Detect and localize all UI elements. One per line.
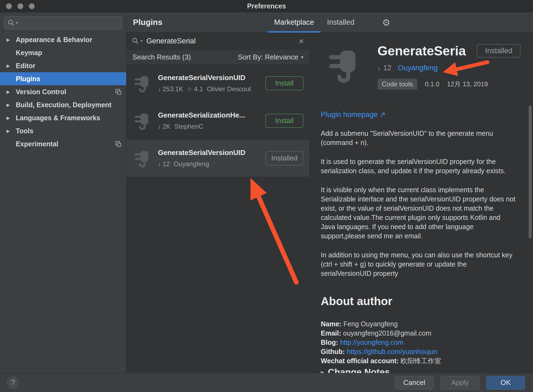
author-email-value: ouyangfeng2016@gmail.com [343,329,432,337]
sidebar-item-appearance-behavior[interactable]: ▶ Appearance & Behavior [0,33,126,46]
sidebar-item-languages-frameworks[interactable]: ▶ Languages & Frameworks [0,111,126,124]
zoom-window-button[interactable] [29,3,35,9]
apply-button[interactable]: Apply [441,376,479,390]
plugin-icon [132,148,152,168]
author-github-link[interactable]: https://github.com/yuanhoujun [347,348,437,355]
plugin-info: GenerateSerialVersionUID ↓ 12 Ouyangfeng [158,148,259,168]
install-button[interactable]: Install [265,114,303,128]
settings-tree: ▶ Appearance & Behavior Keymap ▶ Editor … [0,33,126,150]
plugin-result-row[interactable]: GenerateSerializationHe... ↓ 2K StephenC… [126,102,309,140]
sidebar-item-version-control[interactable]: ▶ Version Control [0,85,126,98]
plugins-header: Plugins Marketplace Installed ⚙ [126,12,533,33]
author-email-label: Email: [321,329,341,337]
sidebar-item-build-execution-deployment[interactable]: ▶ Build, Execution, Deployment [0,98,126,111]
tag-chip[interactable]: Code tools [377,79,417,90]
install-button[interactable]: Install [265,76,303,90]
chevron-down-icon: ▾ [16,20,18,25]
author-blog-line: Blog: http://youngfeng.com [321,338,516,347]
homepage-label: Plugin homepage [321,110,378,119]
ok-button[interactable]: OK [486,376,525,390]
sort-dropdown[interactable]: Sort By: Relevance ▾ [238,53,303,61]
plugin-tags-row: Code tools 0.1.0 12月 13, 2019 [377,79,521,90]
clear-search-icon[interactable]: × [299,36,304,46]
sidebar-item-experimental[interactable]: Experimental [0,137,126,150]
plugins-panel: Plugins Marketplace Installed ⚙ ▾ × Sear… [126,12,533,373]
chevron-right-icon: ▶ [7,37,16,42]
gear-icon[interactable]: ⚙ [382,17,390,28]
author-blog-link[interactable]: http://youngfeng.com [340,339,403,346]
author-wechat-label: Wechat official account: [321,357,399,365]
author-info: Name: Feng Ouyangfeng Email: ouyangfeng2… [321,319,516,365]
change-notes-section[interactable]: ▸ Change Notes [321,367,390,373]
page-title: Plugins [133,18,162,27]
download-icon: ↓ [158,123,161,130]
plugins-tabs: Marketplace Installed ⚙ [268,12,390,33]
change-notes-label: Change Notes [328,367,390,373]
results-header: Search Results (3) Sort By: Relevance ▾ [126,50,309,65]
plugin-title: GenerateSeria [377,43,472,58]
tab-label: Installed [327,18,354,27]
plugin-detail-panel: GenerateSeria Installed ↓ 12 Ouyangfeng … [310,33,533,373]
author-link[interactable]: Ouyangfeng [398,64,438,72]
chevron-right-icon: ▶ [7,63,16,68]
installed-button[interactable]: Installed [265,151,303,165]
plugin-result-row-selected[interactable]: GenerateSerialVersionUID ↓ 12 Ouyangfeng… [126,140,309,177]
sidebar-item-plugins[interactable]: Plugins [0,72,126,85]
author-blog-label: Blog: [321,339,338,346]
download-count: 12 [383,64,391,72]
help-button[interactable]: ? [7,377,19,389]
author-github-line: Github: https://github.com/yuanhoujun [321,347,516,356]
sidebar-item-tools[interactable]: ▶ Tools [0,124,126,137]
minimize-window-button[interactable] [17,3,23,9]
tab-installed[interactable]: Installed [321,12,361,33]
sidebar-search-box[interactable]: ▾ [4,16,122,29]
chevron-down-icon: ▾ [141,39,143,43]
about-author-heading: About author [321,295,521,308]
chevron-right-icon: ▶ [7,102,16,108]
close-window-button[interactable] [6,3,12,9]
search-icon [132,37,139,45]
marketplace-search-input[interactable] [147,37,297,45]
star-icon: ☆ [187,86,192,93]
plugin-date: 12月 13, 2019 [447,80,488,88]
sidebar-item-editor[interactable]: ▶ Editor [0,59,126,72]
chevron-right-icon: ▶ [7,128,16,134]
description-paragraph: It is visible only when the current clas… [321,185,516,241]
scrollbar-thumb[interactable] [529,105,532,238]
sidebar-search-input[interactable] [19,19,119,27]
marketplace-list-panel: ▾ × Search Results (3) Sort By: Relevanc… [126,33,310,373]
sidebar-item-keymap[interactable]: Keymap [0,46,126,59]
plugin-stats: ↓ 12 Ouyangfeng [377,64,521,72]
author-wechat-line: Wechat official account: 欧阳锋工作室 [321,356,516,365]
help-icon: ? [11,378,15,387]
download-count: 12 [163,160,170,168]
download-count: 253.1K [163,85,183,93]
sidebar-item-label: Editor [16,62,35,70]
download-icon: ↓ [377,65,380,72]
plugin-icon-large [325,45,363,85]
author-name-line: Name: Feng Ouyangfeng [321,319,516,328]
collapsed-arrow-icon: ▸ [321,368,324,373]
sort-label: Sort By: Relevance [238,53,298,61]
plugin-info: GenerateSerialVersionUID ↓ 253.1K ☆ 4.1 … [158,74,259,93]
sidebar-item-label: Tools [16,127,33,135]
plugin-result-row[interactable]: GenerateSerialVersionUID ↓ 253.1K ☆ 4.1 … [126,65,309,102]
download-count: 2K [163,123,170,130]
cancel-button[interactable]: Cancel [395,376,434,390]
plugin-homepage-link[interactable]: Plugin homepage ↗ [321,110,521,119]
tab-marketplace[interactable]: Marketplace [268,12,321,33]
shared-settings-icon [115,88,122,95]
plugin-author: StephenC [174,123,203,130]
downloads: ↓ 2K [158,123,170,130]
plugin-name: GenerateSerialVersionUID [158,74,259,82]
author-github-label: Github: [321,348,345,355]
plugin-detail-header: GenerateSeria Installed ↓ 12 Ouyangfeng … [321,43,521,90]
downloads: ↓ 253.1K [158,85,183,93]
installed-button[interactable]: Installed [477,44,521,58]
rating-value: 4.1 [194,85,203,93]
description-paragraph: Add a submenu "SerialVersionUID" to the … [321,129,516,147]
downloads: ↓ 12 [158,160,170,168]
titlebar: Preferences [0,0,533,12]
marketplace-search-box[interactable]: ▾ × [126,33,309,50]
shared-settings-icon [115,140,122,147]
